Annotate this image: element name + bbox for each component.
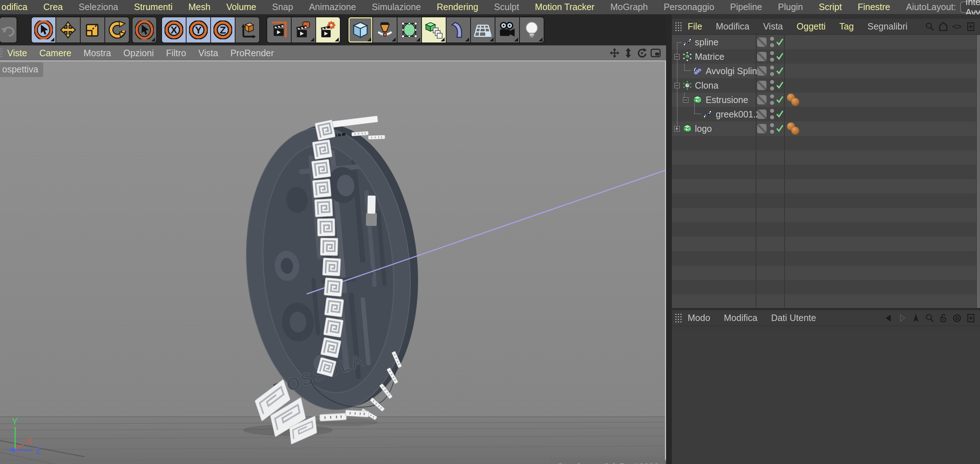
object-manager-menu-vista[interactable]: Vista [763,21,783,32]
material-tag-icon[interactable] [791,127,799,135]
scale-button[interactable] [81,17,104,43]
editor-visibility-dot[interactable] [770,123,774,127]
rotate-view-button[interactable] [636,48,648,58]
render-visibility-dot[interactable] [770,57,774,62]
object-row-clona[interactable]: Clona [672,78,977,92]
menu-item-mograph[interactable]: MoGraph [610,2,648,12]
enabled-check-icon[interactable] [775,66,784,75]
layer-chip[interactable] [757,95,767,104]
menu-item-crea[interactable]: Crea [43,2,63,12]
viewport-menu-prorender[interactable]: ProRender [231,48,274,58]
object-row-avvolgi-spline[interactable]: Avvolgi Spline [672,64,977,78]
search-button[interactable] [924,22,935,32]
menu-item-simulazione[interactable]: Simulazione [372,2,421,12]
object-label[interactable]: Estrusione [706,95,748,105]
layer-chip[interactable] [757,52,767,61]
viewport-menu-filtro[interactable]: Filtro [166,48,186,58]
maximize-view-button[interactable] [650,48,661,58]
back-button[interactable] [883,313,894,323]
viewport-menu-viste[interactable]: Viste [7,48,27,58]
menu-item-pipeline[interactable]: Pipeline [730,2,762,12]
grip-handle-icon[interactable] [0,48,2,58]
render-visibility-dot[interactable] [770,86,774,91]
attribute-manager-menu-dati-utente[interactable]: Dati Utente [771,313,816,323]
object-manager-list[interactable]: splineMatriceAvvolgi SplineClonaEstrusio… [672,35,980,308]
menu-item-motion-tracker[interactable]: Motion Tracker [535,2,594,12]
render-visibility-dot[interactable] [770,72,774,76]
zoom-view-button[interactable] [623,48,634,58]
editor-visibility-dot[interactable] [770,94,774,98]
render-view-button[interactable] [267,17,291,43]
forward-button[interactable] [897,313,907,323]
menu-item-aiuto[interactable]: Aiuto [906,2,926,12]
environment-button[interactable] [471,17,495,43]
menu-item-sculpt[interactable]: Sculpt [494,2,519,12]
menu-item-script[interactable]: Script [819,2,842,12]
deformer-button[interactable] [446,17,470,43]
home-button[interactable] [938,22,948,32]
editor-visibility-dot[interactable] [770,109,774,113]
enabled-check-icon[interactable] [775,37,784,46]
object-manager-menu-segnalibri[interactable]: Segnalibri [867,21,907,32]
object-label[interactable]: Clona [695,80,718,91]
viewport-menu-opzioni[interactable]: Opzioni [123,48,154,58]
axis-z-button[interactable]: Z [211,17,235,43]
menu-item-finestre[interactable]: Finestre [858,2,890,12]
render-visibility-dot[interactable] [770,115,774,119]
render-visibility-dot[interactable] [770,130,774,134]
menu-item-strumenti[interactable]: Strumenti [134,2,172,12]
attribute-manager-body[interactable] [672,330,980,464]
grip-handle-icon[interactable] [675,22,682,32]
viewport-menu-mostra[interactable]: Mostra [84,48,111,58]
material-tag-icon[interactable] [791,98,799,106]
axis-y-button[interactable]: Y [186,17,210,43]
object-label[interactable]: Avvolgi Spline [706,66,762,77]
menu-item-rendering[interactable]: Rendering [437,2,478,12]
menu-item-odifica[interactable]: odifica [2,2,27,12]
camera-button[interactable] [495,17,519,43]
search-button[interactable] [924,313,935,323]
object-manager-menu-oggetti[interactable]: Oggetti [797,21,826,32]
target-button[interactable] [952,313,962,323]
selection-tool-button[interactable] [132,17,156,43]
menu-item-snap[interactable]: Snap [272,2,293,12]
object-label[interactable]: logo [695,124,712,134]
object-manager-menu-file[interactable]: File [688,21,702,32]
undo-button[interactable] [0,17,17,43]
enabled-check-icon[interactable] [775,95,784,104]
menu-item-personaggio[interactable]: Personaggio [663,2,714,12]
menu-item-volume[interactable]: Volume [226,2,256,12]
coordinate-system-button[interactable] [235,17,259,43]
attribute-manager-menu-modifica[interactable]: Modifica [724,313,757,323]
render-visibility-dot[interactable] [770,101,774,105]
expand-minus-icon[interactable] [675,54,680,59]
object-label[interactable]: greek001.2 [716,109,761,120]
lock-button[interactable] [938,313,948,323]
rotate-button[interactable] [105,17,129,43]
pick-arrow-button[interactable] [911,313,921,323]
eye-button[interactable] [952,22,962,32]
expand-minus-icon[interactable] [683,97,688,103]
layer-chip[interactable] [757,81,767,90]
layer-chip[interactable] [757,66,767,76]
subdivision-surface-button[interactable] [398,17,421,43]
live-selection-button[interactable] [32,17,56,43]
enabled-check-icon[interactable] [775,109,784,118]
editor-visibility-dot[interactable] [770,51,774,55]
add-panel-button[interactable] [966,313,976,323]
layer-chip[interactable] [757,110,767,119]
editor-visibility-dot[interactable] [770,80,774,84]
menu-item-seleziona[interactable]: Seleziona [78,2,118,12]
viewport-view-label[interactable]: ospettiva [0,62,43,77]
pan-view-button[interactable] [609,48,620,58]
object-row-estrusione[interactable]: Estrusione [672,92,977,107]
layer-chip[interactable] [757,124,767,133]
object-label[interactable]: Matrice [695,51,724,62]
enabled-check-icon[interactable] [775,51,784,61]
add-cube-button[interactable] [348,17,372,43]
attribute-manager-menu-modo[interactable]: Modo [688,313,710,323]
expand-plus-icon[interactable] [675,126,680,131]
expand-minus-icon[interactable] [675,83,680,88]
add-panel-button[interactable] [966,22,976,32]
viewport-menu-vista[interactable]: Vista [198,48,218,58]
